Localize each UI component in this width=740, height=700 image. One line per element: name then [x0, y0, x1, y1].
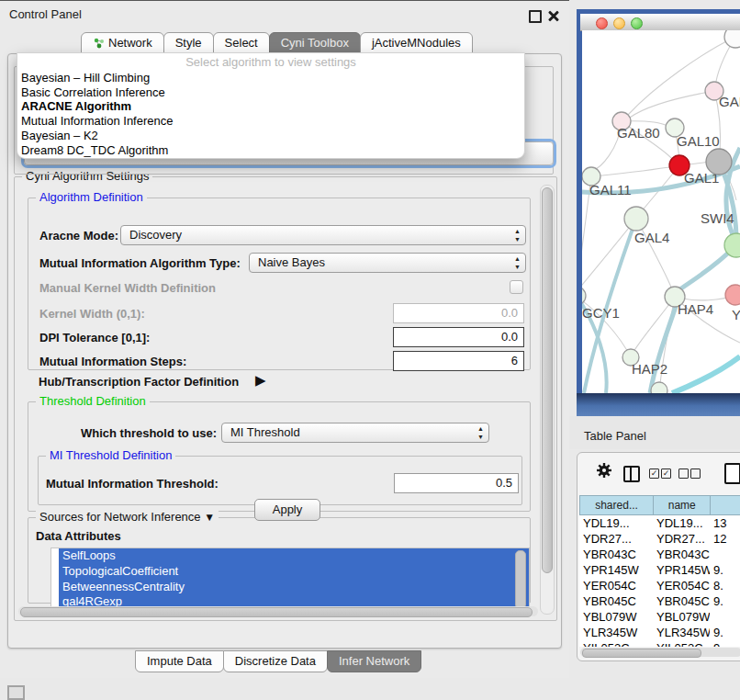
table-row[interactable]: YIL052CYIL052C9.	[579, 640, 740, 647]
deselect-all-columns-icon[interactable]	[678, 466, 702, 479]
close-icon[interactable]	[547, 9, 560, 22]
group-title: Algorithm Definition	[36, 190, 147, 204]
algorithm-option[interactable]: Bayesian – Hill Climbing	[21, 71, 517, 85]
node-label: SWI4	[701, 210, 734, 226]
mi-threshold-field[interactable]: 0.5	[394, 473, 519, 493]
node-label: GCY1	[582, 305, 620, 321]
which-threshold-label: Which threshold to use:	[81, 426, 217, 440]
combo-stepper-icon: ▲▼	[514, 254, 521, 271]
network-node[interactable]	[651, 382, 667, 393]
table-column-header[interactable]: shared...	[579, 495, 654, 515]
table-column-header[interactable]: name	[654, 495, 711, 515]
tab-impute-data[interactable]: Impute Data	[135, 650, 224, 672]
new-table-icon[interactable]	[724, 463, 740, 484]
group-title: MI Threshold Definition	[46, 448, 175, 462]
attribute-list-item[interactable]: SelfLoops	[59, 548, 529, 564]
collapse-arrow-icon[interactable]: ▼	[204, 511, 215, 524]
dock-panel-icon[interactable]	[7, 685, 25, 700]
sources-title: Sources for Network Inference	[39, 510, 201, 524]
network-node[interactable]	[706, 149, 732, 175]
mi-steps-field[interactable]: 6	[393, 351, 524, 371]
table-cell: YPR145W	[653, 562, 710, 578]
list-scrollbar[interactable]	[515, 550, 526, 609]
table-cell: 12	[710, 531, 740, 547]
node-label: GAL	[719, 94, 740, 109]
table-row[interactable]: YBR045CYBR045C9.	[579, 593, 740, 609]
scrollbar-thumb[interactable]	[542, 187, 553, 573]
which-threshold-combo[interactable]: MI Threshold ▲▼	[221, 423, 489, 443]
control-panel-tab-bar: Network Style Select Cyni Toolbox jActiv…	[81, 32, 472, 54]
algorithm-option[interactable]: ARACNE Algorithm	[21, 99, 517, 114]
algorithm-option[interactable]: Basic Correlation Inference	[21, 85, 517, 100]
algorithm-option[interactable]: Mutual Information Inference	[21, 114, 517, 129]
scrollbar-thumb[interactable]	[20, 607, 533, 617]
algorithm-option[interactable]: Bayesian – K2	[21, 129, 517, 143]
zoom-traffic-light-icon[interactable]	[631, 17, 643, 29]
hub-definition-label[interactable]: Hub/Transcription Factor Definition	[39, 375, 239, 389]
table-cell: YDL19...	[653, 515, 710, 531]
minimize-traffic-light-icon[interactable]	[613, 17, 625, 29]
table-header-row: shared...name	[579, 495, 740, 515]
table-panel: ✓✓ shared...name YDL19...YDL19...13YDR27…	[577, 452, 740, 661]
network-node-gal4[interactable]	[624, 207, 648, 231]
bottom-tab-bar: Impute Data Discretize Data Infer Networ…	[135, 650, 420, 671]
attribute-list-item[interactable]: TopologicalCoefficient	[59, 564, 529, 580]
kernel-width-label: Kernel Width (0,1):	[39, 307, 145, 321]
network-canvas[interactable]: GALGAL80GAL10GAL1GAL11GAL4SWI4GCY1HAP4YH…	[582, 30, 740, 393]
table-cell: 9.	[710, 593, 740, 609]
data-attributes-list[interactable]: SelfLoopsTopologicalCoefficientBetweenne…	[50, 548, 530, 612]
mi-threshold-group: MI Threshold Definition Mutual Informati…	[38, 456, 522, 505]
kernel-width-field[interactable]: 0.0	[393, 303, 524, 323]
table-cell	[710, 547, 740, 562]
network-window-bottom-frame	[577, 393, 740, 416]
table-row[interactable]: YDR27...YDR27...12	[579, 531, 740, 547]
dpi-tolerance-label: DPI Tolerance [0,1]:	[39, 331, 150, 344]
vertical-scrollbar[interactable]	[540, 185, 555, 615]
aracne-mode-combo[interactable]: Discovery ▲▼	[120, 225, 526, 245]
threshold-definition-group: Threshold Definition Which threshold to …	[28, 401, 531, 512]
table-row[interactable]: YPR145WYPR145W9.	[579, 562, 740, 578]
manual-kernel-checkbox[interactable]	[510, 280, 523, 294]
node-label: HAP2	[632, 361, 667, 377]
control-panel-titlebar: Control Panel	[0, 1, 569, 28]
columns-icon[interactable]	[623, 466, 640, 482]
table-cell: YLR345W	[653, 625, 710, 640]
table-cell: YER054C	[579, 578, 653, 593]
tab-infer-network[interactable]: Infer Network	[327, 650, 421, 672]
network-node[interactable]	[724, 30, 740, 48]
select-all-columns-icon[interactable]: ✓✓	[649, 466, 673, 479]
algorithm-option[interactable]: Dream8 DC_TDC Algorithm	[21, 143, 517, 158]
algorithm-option-list: Bayesian – Hill ClimbingBasic Correlatio…	[21, 71, 517, 157]
dpi-tolerance-field[interactable]: 0.0	[393, 327, 524, 347]
network-node-gcy1[interactable]	[582, 287, 586, 305]
table-column-header[interactable]	[711, 495, 740, 515]
mi-steps-label: Mutual Information Steps:	[39, 355, 186, 368]
table-cell	[710, 609, 740, 625]
attribute-list-item[interactable]: BetweennessCentrality	[59, 580, 529, 595]
cyni-algorithm-settings-group: Cyni Algorithm Settings Algorithm Defini…	[14, 176, 557, 621]
table-row[interactable]: YER054CYER054C8.	[579, 578, 740, 593]
expand-arrow-icon[interactable]: ▶	[255, 372, 266, 389]
scrollbar-thumb[interactable]	[582, 649, 701, 658]
table-horizontal-scrollbar[interactable]	[580, 648, 740, 657]
network-window-titlebar[interactable]	[580, 14, 740, 31]
table-cell: YIL052C	[653, 640, 710, 647]
network-node-y[interactable]	[725, 285, 740, 305]
close-traffic-light-icon[interactable]	[596, 17, 608, 29]
table-cell: 9.	[710, 625, 740, 640]
table-cell: YDL19...	[579, 515, 653, 531]
tab-discretize-data[interactable]: Discretize Data	[223, 650, 328, 672]
table-row[interactable]: YBR043CYBR043C	[579, 547, 740, 562]
table-row[interactable]: YBL079WYBL079W	[579, 609, 740, 625]
apply-button[interactable]: Apply	[254, 499, 320, 521]
gear-icon[interactable]	[596, 462, 612, 482]
float-window-icon[interactable]	[529, 10, 542, 23]
table-cell: YDR27...	[653, 531, 710, 547]
table-row[interactable]: YDL19...YDL19...13	[579, 515, 740, 531]
table-cell: YBR045C	[579, 593, 653, 609]
horizontal-scrollbar[interactable]	[18, 606, 538, 616]
mi-type-combo[interactable]: Naive Bayes ▲▼	[249, 253, 526, 273]
algorithm-definition-group: Algorithm Definition Aracne Mode: Discov…	[28, 198, 531, 370]
table-body: YDL19...YDL19...13YDR27...YDR27...12YBR0…	[579, 515, 740, 647]
table-row[interactable]: YLR345WYLR345W9.	[579, 625, 740, 640]
